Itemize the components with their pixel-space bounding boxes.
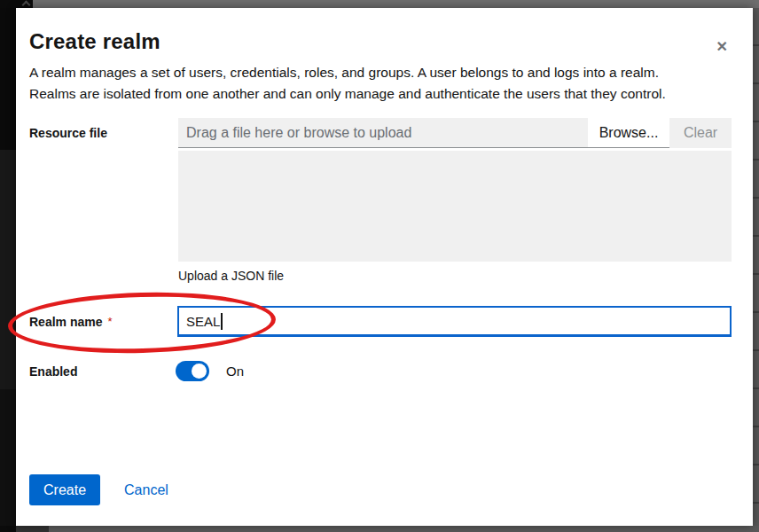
file-upload-helper-text: Upload a JSON file xyxy=(178,269,732,283)
modal-footer: Create Cancel xyxy=(29,474,168,505)
backdrop-bottom-shadow xyxy=(16,526,49,532)
enabled-row-label: Enabled xyxy=(29,361,77,381)
toggle-knob xyxy=(192,364,207,379)
modal-title: Create realm xyxy=(29,29,160,54)
toggle-state-label: On xyxy=(226,361,244,381)
realm-name-input[interactable]: SEAL xyxy=(177,306,732,337)
backdrop-bottom xyxy=(0,526,759,532)
close-button[interactable]: ✕ xyxy=(715,38,730,56)
resource-file-row-label: Resource file xyxy=(29,118,107,148)
text-caret xyxy=(221,313,223,330)
description-line-1: A realm manages a set of users, credenti… xyxy=(29,65,659,80)
clear-button[interactable]: Clear xyxy=(669,118,732,148)
realm-name-value: SEAL xyxy=(186,314,220,329)
realm-name-label: Realm name xyxy=(29,315,102,329)
create-button[interactable]: Create xyxy=(29,474,100,505)
file-upload-group: Drag a file here or browse to upload Bro… xyxy=(178,118,732,283)
file-upload-filename-input[interactable]: Drag a file here or browse to upload xyxy=(178,118,588,148)
required-indicator: * xyxy=(107,315,112,328)
resource-file-label: Resource file xyxy=(29,126,107,140)
backdrop-bottom-left-corner xyxy=(0,526,16,532)
realm-name-row-label: Realm name * xyxy=(29,306,113,337)
modal-description: A realm manages a set of users, credenti… xyxy=(29,62,730,105)
create-realm-modal: ✕ Create realm A realm manages a set of … xyxy=(16,8,753,526)
backdrop-left xyxy=(0,8,16,526)
screen: ✕ Create realm A realm manages a set of … xyxy=(0,0,759,532)
browse-button[interactable]: Browse... xyxy=(588,118,669,148)
file-drop-area[interactable] xyxy=(178,151,732,262)
enabled-toggle[interactable] xyxy=(176,361,209,381)
close-icon: ✕ xyxy=(716,39,728,54)
backdrop-right xyxy=(753,8,759,526)
file-upload-bar: Drag a file here or browse to upload Bro… xyxy=(178,118,732,148)
enabled-label: Enabled xyxy=(29,364,77,379)
cancel-link[interactable]: Cancel xyxy=(124,482,168,498)
backdrop-top xyxy=(0,0,759,8)
description-line-2: Realms are isolated from one another and… xyxy=(29,86,666,101)
